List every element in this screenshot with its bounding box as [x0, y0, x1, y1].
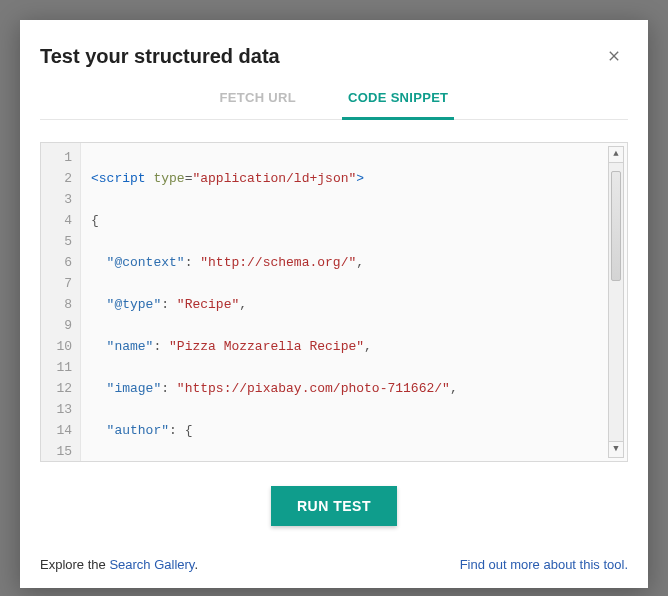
tab-code-snippet[interactable]: CODE SNIPPET — [342, 80, 454, 120]
line-number: 1 — [45, 147, 72, 168]
explore-suffix: . — [194, 557, 198, 572]
search-gallery-link[interactable]: Search Gallery — [109, 557, 194, 572]
editor-scrollbar[interactable]: ▲ ▼ — [608, 146, 624, 458]
run-row: RUN TEST — [40, 486, 628, 526]
line-number: 14 — [45, 420, 72, 441]
line-number: 5 — [45, 231, 72, 252]
modal-header: Test your structured data — [40, 42, 628, 70]
close-icon — [606, 48, 622, 64]
tab-bar: FETCH URL CODE SNIPPET — [40, 80, 628, 120]
explore-prefix: Explore the — [40, 557, 109, 572]
line-number: 2 — [45, 168, 72, 189]
explore-text: Explore the Search Gallery. — [40, 557, 198, 572]
line-number: 13 — [45, 399, 72, 420]
line-number: 6 — [45, 252, 72, 273]
line-number: 9 — [45, 315, 72, 336]
line-number: 15 — [45, 441, 72, 462]
modal-backdrop: Test your structured data FETCH URL CODE… — [0, 0, 668, 596]
code-content[interactable]: <script type="application/ld+json"> { "@… — [81, 143, 627, 461]
scroll-down-icon[interactable]: ▼ — [609, 441, 623, 457]
tab-fetch-url[interactable]: FETCH URL — [214, 80, 302, 120]
modal-footer: Explore the Search Gallery. Find out mor… — [40, 529, 628, 572]
find-out-more-link[interactable]: Find out more about this tool. — [460, 557, 628, 572]
line-number: 8 — [45, 294, 72, 315]
run-test-button[interactable]: RUN TEST — [271, 486, 397, 526]
scroll-thumb[interactable] — [611, 171, 621, 281]
structured-data-modal: Test your structured data FETCH URL CODE… — [20, 20, 648, 588]
line-number: 3 — [45, 189, 72, 210]
scroll-up-icon[interactable]: ▲ — [609, 147, 623, 163]
code-editor[interactable]: 1 2 3 4 5 6 7 8 9 10 11 12 13 14 15 <scr… — [40, 142, 628, 462]
close-button[interactable] — [600, 42, 628, 70]
line-number: 10 — [45, 336, 72, 357]
line-number: 12 — [45, 378, 72, 399]
modal-title: Test your structured data — [40, 45, 280, 68]
line-number-gutter: 1 2 3 4 5 6 7 8 9 10 11 12 13 14 15 — [41, 143, 81, 461]
line-number: 11 — [45, 357, 72, 378]
line-number: 7 — [45, 273, 72, 294]
line-number: 4 — [45, 210, 72, 231]
